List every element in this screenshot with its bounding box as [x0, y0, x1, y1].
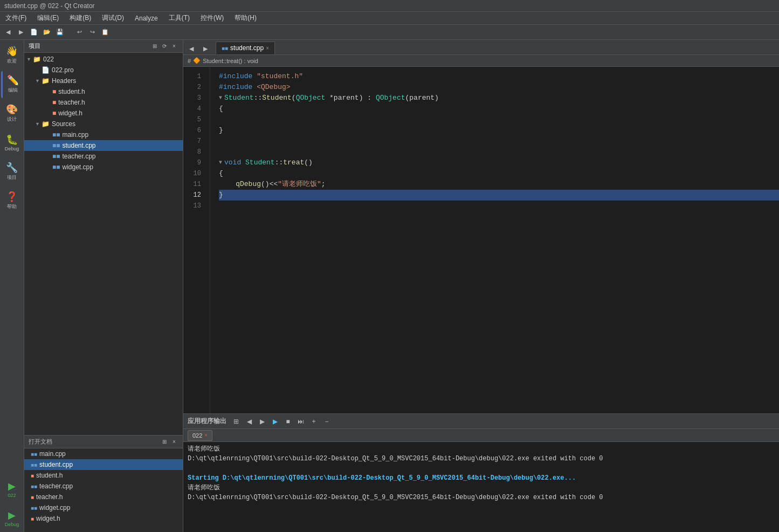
- panel-close-btn[interactable]: ×: [170, 42, 178, 51]
- edit-label: 编辑: [8, 87, 18, 94]
- output-remove-btn[interactable]: −: [321, 416, 332, 427]
- open-doc-teacher-h[interactable]: ■ teacher.h: [24, 492, 183, 502]
- open-docs-close-btn[interactable]: ×: [170, 438, 178, 446]
- open-doc-widget-cpp[interactable]: ■■ widget.cpp: [24, 502, 183, 513]
- output-tab-close[interactable]: ×: [204, 432, 208, 438]
- sidebar-welcome[interactable]: 👋 欢迎: [1, 42, 23, 69]
- ln-6: 6: [183, 125, 205, 136]
- code-line-8: [219, 147, 779, 157]
- tree-item-pro[interactable]: 📄 022.pro: [24, 65, 183, 75]
- tree-headers-folder[interactable]: ▼ 📁 Headers: [24, 75, 183, 86]
- toolbar-back[interactable]: ◀: [2, 26, 14, 38]
- menu-analyze[interactable]: Analyze: [129, 13, 163, 23]
- menu-build[interactable]: 构建(B): [64, 12, 96, 24]
- code-line-13: [219, 201, 779, 211]
- open-doc-widget-h[interactable]: ■ widget.h: [24, 513, 183, 524]
- toolbar-new[interactable]: 📄: [28, 26, 40, 38]
- panel-filter-btn[interactable]: ⊞: [150, 42, 159, 51]
- menu-debug[interactable]: 调试(D): [96, 12, 129, 24]
- sidebar-debug[interactable]: 🐛 Debug: [1, 129, 23, 156]
- toolbar-undo[interactable]: ↩: [73, 26, 85, 38]
- menu-help[interactable]: 帮助(H): [229, 12, 262, 24]
- design-icon: 🎨: [6, 105, 18, 114]
- open-docs-expand-btn[interactable]: ⊞: [160, 438, 169, 446]
- toolbar-forward[interactable]: ▶: [15, 26, 27, 38]
- ln-5: 5: [183, 114, 205, 125]
- pro-icon: 📄: [42, 66, 50, 74]
- open-doc-main-cpp[interactable]: ■■ main.cpp: [24, 448, 183, 459]
- menu-file[interactable]: 文件(F): [0, 12, 32, 24]
- open-doc-student-h[interactable]: ■ student.h: [24, 470, 183, 481]
- sidebar-design[interactable]: 🎨 设计: [1, 100, 23, 127]
- output-prev-btn[interactable]: ◀: [244, 416, 254, 427]
- sidebar-help[interactable]: ❓ 帮助: [1, 188, 23, 215]
- tab-close-btn[interactable]: ×: [266, 45, 269, 51]
- tree-widget-cpp[interactable]: ■■ widget.cpp: [24, 162, 183, 172]
- tree-teacher-cpp[interactable]: ■■ teacher.cpp: [24, 151, 183, 162]
- tree-teacher-h[interactable]: ■ teacher.h: [24, 97, 183, 108]
- tree-widget-h[interactable]: ■ widget.h: [24, 108, 183, 119]
- debug-label: Debug: [5, 146, 19, 151]
- panel-sync-btn[interactable]: ⟳: [160, 42, 169, 51]
- sidebar-project[interactable]: 🔧 项目: [1, 158, 23, 185]
- toolbar-copy[interactable]: 📋: [99, 26, 111, 38]
- headers-label: Headers: [52, 77, 76, 85]
- toolbar-redo[interactable]: ↪: [86, 26, 98, 38]
- tok-9-3: ::: [275, 157, 284, 168]
- menu-edit[interactable]: 编辑(E): [32, 12, 64, 24]
- open-doc-widget-h-icon: ■: [31, 516, 34, 522]
- run-icon: ▶: [8, 481, 16, 491]
- tree-student-h[interactable]: ■ student.h: [24, 86, 183, 97]
- tok-11-2: ()<<: [261, 179, 278, 190]
- output-tab-022[interactable]: 022 ×: [188, 430, 212, 441]
- toolbar-save[interactable]: 💾: [54, 26, 66, 38]
- tok-3-5: QObject: [296, 93, 326, 103]
- output-add-btn[interactable]: +: [308, 416, 319, 427]
- open-doc-teacher-cpp[interactable]: ■■ teacher.cpp: [24, 481, 183, 492]
- tree-sources-folder[interactable]: ▼ 📁 Sources: [24, 119, 183, 129]
- student-cpp-label: student.cpp: [63, 142, 96, 149]
- menu-controls[interactable]: 控件(W): [195, 12, 229, 24]
- code-editor[interactable]: 1 2 3 4 5 6 7 8 9 10 11 12 13 #include "…: [183, 67, 779, 413]
- tab-nav-left[interactable]: ◀: [185, 43, 197, 54]
- tab-nav-right[interactable]: ▶: [199, 43, 211, 54]
- tok-10-1: {: [219, 168, 223, 179]
- ln-13: 13: [183, 201, 205, 211]
- sidebar-edit[interactable]: ✏️ 编辑: [1, 71, 23, 98]
- teacher-cpp-icon: ■■: [52, 153, 60, 160]
- output-filter-btn[interactable]: ⊞: [231, 416, 242, 427]
- sidebar-debug-bottom[interactable]: ▶ Debug: [1, 505, 23, 532]
- ln-3: 3: [183, 93, 205, 103]
- tab-student-cpp[interactable]: ■■ student.cpp ×: [216, 42, 275, 54]
- output-next-btn[interactable]: ▶: [257, 416, 267, 427]
- project-tree: ▼ 📁 022 📄 022.pro ▼ 📁 Headers: [24, 53, 183, 435]
- menu-tools[interactable]: 工具(T): [163, 12, 195, 24]
- open-doc-student-cpp[interactable]: ■■ student.cpp: [24, 459, 183, 470]
- widget-h-label: widget.h: [58, 109, 82, 117]
- tok-2-1: #include: [219, 82, 257, 93]
- tok-1-1: #include: [219, 71, 257, 82]
- output-step-btn[interactable]: ⏭: [295, 416, 306, 427]
- sidebar-run-bottom[interactable]: ▶ 022: [1, 476, 23, 503]
- open-docs-title: 打开文档: [29, 438, 52, 446]
- output-run-btn[interactable]: ▶: [270, 416, 280, 427]
- tree-main-cpp[interactable]: ■■ main.cpp: [24, 129, 183, 140]
- tree-root[interactable]: ▼ 📁 022: [24, 54, 183, 65]
- open-doc-student-h-icon: ■: [31, 473, 34, 479]
- ln-12: 12: [183, 190, 205, 201]
- output-line-1: 请老师吃饭: [188, 444, 775, 454]
- tok-3-3: Student: [262, 93, 292, 103]
- output-stop-btn[interactable]: ■: [282, 416, 293, 427]
- project-panel: 项目 ⊞ ⟳ × ▼ 📁 022 📄 022.pro: [24, 40, 183, 532]
- toolbar-open[interactable]: 📂: [41, 26, 53, 38]
- tok-4-1: {: [219, 103, 223, 114]
- tok-2-2: <QDebug>: [257, 82, 290, 93]
- sidebar-icons: 👋 欢迎 ✏️ 编辑 🎨 设计 🐛 Debug 🔧 项目 ❓ 帮助 ▶ 022: [0, 40, 24, 532]
- debug-bottom-label: Debug: [5, 522, 19, 527]
- welcome-icon: 👋: [6, 46, 18, 56]
- tab-label: student.cpp: [230, 44, 264, 52]
- tok-9-5: (): [304, 157, 313, 168]
- tok-3-4: (: [292, 93, 296, 103]
- tree-student-cpp[interactable]: ■■ student.cpp: [24, 140, 183, 151]
- tok-9-4: treat: [283, 157, 304, 168]
